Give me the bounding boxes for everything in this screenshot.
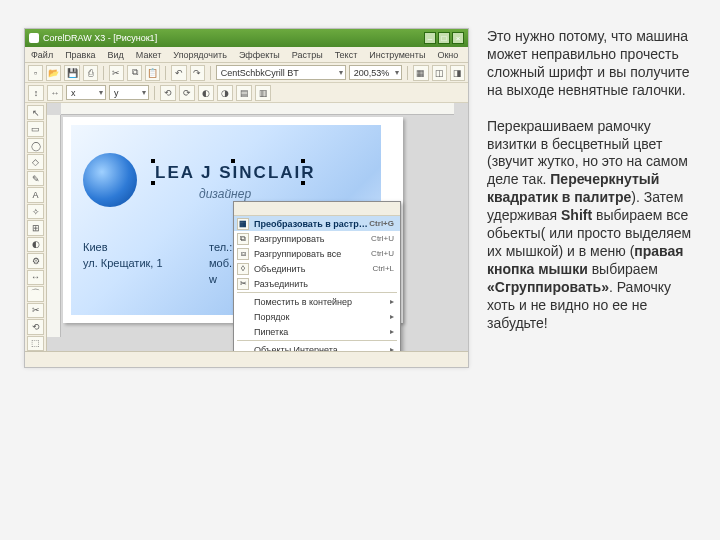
minimize-button[interactable]: –: [424, 32, 436, 44]
curve-tool-icon[interactable]: ⌒: [27, 286, 44, 301]
height-combo[interactable]: y: [109, 85, 149, 100]
menu-item[interactable]: Справка: [464, 50, 469, 60]
knife-tool-icon[interactable]: ✂: [27, 303, 44, 318]
open-icon[interactable]: 📂: [46, 65, 61, 81]
undo-icon[interactable]: ↶: [171, 65, 186, 81]
slide: CorelDRAW X3 - [Рисунок1] – □ × Файл Пра…: [0, 0, 720, 540]
separator: [210, 66, 211, 80]
cut-icon[interactable]: ✂: [109, 65, 124, 81]
menu-item[interactable]: Эффекты: [233, 50, 286, 60]
ctx-eyedrop[interactable]: Пипетка ▸: [234, 324, 400, 339]
app-icon: [29, 33, 39, 43]
ruler-horizontal: [61, 103, 454, 115]
font-combo[interactable]: CentSchbkCyrill BT: [216, 65, 346, 80]
table-tool-icon[interactable]: ⊞: [27, 220, 44, 235]
ctx-break[interactable]: ✂ Разъединить: [234, 276, 400, 291]
tool-icon[interactable]: ◫: [432, 65, 447, 81]
submenu-arrow-icon: ▸: [390, 312, 394, 321]
text-tool-icon[interactable]: A: [27, 187, 44, 202]
canvas-area: Lea J Sinclair дизайнер Киев ул. Крещати…: [47, 103, 468, 351]
break-icon: ✂: [237, 278, 249, 290]
tool-icon[interactable]: ◑: [217, 85, 233, 101]
ellipse-tool-icon[interactable]: ◯: [27, 138, 44, 153]
effect-tool-icon[interactable]: ✧: [27, 204, 44, 219]
separator: [154, 86, 155, 100]
zoom-combo[interactable]: 200,53%: [349, 65, 403, 80]
submenu-arrow-icon: ▸: [390, 327, 394, 336]
outline-tool-icon[interactable]: ⬚: [27, 336, 44, 351]
tool-icon[interactable]: ↕: [28, 85, 44, 101]
ctx-label: Порядок: [254, 312, 289, 322]
window-controls: – □ ×: [424, 32, 464, 44]
tool-icon[interactable]: ◨: [450, 65, 465, 81]
tool-icon[interactable]: ⟲: [160, 85, 176, 101]
menu-item[interactable]: Вид: [102, 50, 130, 60]
context-menu-caption: [234, 202, 400, 216]
rect-tool-icon[interactable]: ▭: [27, 121, 44, 136]
selection-handle[interactable]: [231, 159, 235, 163]
close-button[interactable]: ×: [452, 32, 464, 44]
paste-icon[interactable]: 📋: [145, 65, 160, 81]
menu-item[interactable]: Упорядочить: [167, 50, 233, 60]
ruler-vertical: [47, 115, 61, 337]
menu-item[interactable]: Растры: [286, 50, 329, 60]
menu-item[interactable]: Правка: [59, 50, 101, 60]
redo-icon[interactable]: ↷: [190, 65, 205, 81]
menu-item[interactable]: Окно: [431, 50, 464, 60]
crop-tool-icon[interactable]: ↔: [27, 270, 44, 285]
ctx-label: Пипетка: [254, 327, 288, 337]
selection-handle[interactable]: [301, 159, 305, 163]
ctx-label: Разгруппировать: [254, 234, 325, 244]
statusbar: [25, 351, 468, 367]
ctx-label: Поместить в контейнер: [254, 297, 352, 307]
tool-icon[interactable]: ▦: [413, 65, 428, 81]
shortcut: Ctrl+U: [371, 249, 394, 258]
ctx-label: Объединить: [254, 264, 305, 274]
poly-tool-icon[interactable]: ◇: [27, 154, 44, 169]
shortcut: Ctrl+G: [369, 219, 394, 228]
card-name: Lea J Sinclair: [155, 163, 316, 183]
shortcut: Ctrl+U: [371, 234, 394, 243]
new-icon[interactable]: ▫: [28, 65, 43, 81]
tool-icon[interactable]: ⟳: [179, 85, 195, 101]
menu-item[interactable]: Макет: [130, 50, 167, 60]
interact-tool-icon[interactable]: ⚙: [27, 253, 44, 268]
ctx-convert-to-raster[interactable]: ▦ Преобразовать в растр… Ctrl+G: [234, 216, 400, 231]
tool-icon[interactable]: ▥: [255, 85, 271, 101]
ctx-ungroup-all[interactable]: ⧈ Разгруппировать все Ctrl+U: [234, 246, 400, 261]
ctx-clip-container[interactable]: Поместить в контейнер ▸: [234, 294, 400, 309]
titlebar: CorelDRAW X3 - [Рисунок1] – □ ×: [25, 29, 468, 47]
print-icon[interactable]: ⎙: [83, 65, 98, 81]
rotate-tool-icon[interactable]: ⟲: [27, 319, 44, 334]
paragraph-1: Это нужно потому, что машина может непра…: [487, 28, 696, 100]
fill-tool-icon[interactable]: ◐: [27, 237, 44, 252]
ctx-combine[interactable]: ◊ Объединить Ctrl+L: [234, 261, 400, 276]
card-mob: моб.:: [209, 257, 235, 269]
maximize-button[interactable]: □: [438, 32, 450, 44]
coreldraw-screenshot: CorelDRAW X3 - [Рисунок1] – □ × Файл Пра…: [24, 28, 469, 368]
separator: [165, 66, 166, 80]
tool-icon[interactable]: ▤: [236, 85, 252, 101]
menubar: Файл Правка Вид Макет Упорядочить Эффект…: [25, 47, 468, 63]
save-icon[interactable]: 💾: [64, 65, 79, 81]
menu-item[interactable]: Инструменты: [363, 50, 431, 60]
tool-icon[interactable]: ↔: [47, 85, 63, 101]
menu-item[interactable]: Файл: [25, 50, 59, 60]
selection-handle[interactable]: [301, 181, 305, 185]
ctx-label: Преобразовать в растр…: [254, 219, 368, 229]
shortcut: Ctrl+L: [372, 264, 394, 273]
menu-item[interactable]: Текст: [329, 50, 364, 60]
pen-tool-icon[interactable]: ✎: [27, 171, 44, 186]
selection-handle[interactable]: [151, 159, 155, 163]
selection-handle[interactable]: [151, 181, 155, 185]
ctx-label: Разъединить: [254, 279, 308, 289]
width-combo[interactable]: x: [66, 85, 106, 100]
copy-icon[interactable]: ⧉: [127, 65, 142, 81]
ctx-ungroup[interactable]: ⧉ Разгруппировать Ctrl+U: [234, 231, 400, 246]
pick-tool-icon[interactable]: ↖: [27, 105, 44, 120]
work-area: ↖ ▭ ◯ ◇ ✎ A ✧ ⊞ ◐ ⚙ ↔ ⌒ ✂ ⟲ ⬚: [25, 103, 468, 351]
paragraph-2: Перекрашиваем рамочку визитки в бесцветн…: [487, 118, 696, 333]
ctx-order[interactable]: Порядок ▸: [234, 309, 400, 324]
tool-icon[interactable]: ◐: [198, 85, 214, 101]
separator: [237, 340, 397, 341]
